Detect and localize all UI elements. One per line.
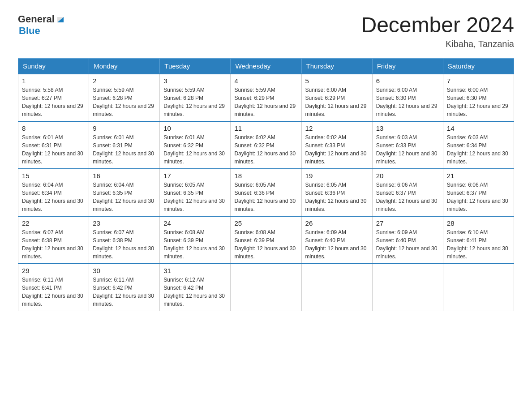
day-number: 6 <box>376 77 439 85</box>
day-number: 13 <box>376 124 439 132</box>
day-number: 29 <box>22 267 85 274</box>
day-info: Sunrise: 6:01 AMSunset: 6:32 PMDaylight:… <box>163 133 227 166</box>
logo-icon <box>56 14 65 24</box>
day-number: 2 <box>93 77 156 85</box>
day-number: 11 <box>234 124 297 132</box>
table-row: 26Sunrise: 6:09 AMSunset: 6:40 PMDayligh… <box>301 216 372 264</box>
day-info: Sunrise: 6:07 AMSunset: 6:38 PMDaylight:… <box>22 228 85 261</box>
table-row: 8Sunrise: 6:01 AMSunset: 6:31 PMDaylight… <box>18 121 89 169</box>
col-thursday: Thursday <box>301 58 372 74</box>
title-section: December 2024 Kibaha, Tanzania <box>361 13 514 49</box>
table-row: 15Sunrise: 6:04 AMSunset: 6:34 PMDayligh… <box>18 169 89 216</box>
day-number: 31 <box>163 267 227 274</box>
day-info: Sunrise: 6:12 AMSunset: 6:42 PMDaylight:… <box>163 276 227 308</box>
day-info: Sunrise: 6:01 AMSunset: 6:31 PMDaylight:… <box>22 133 85 166</box>
table-row: 10Sunrise: 6:01 AMSunset: 6:32 PMDayligh… <box>160 121 231 169</box>
page-header: General Blue December 2024 Kibaha, Tanza… <box>18 13 514 49</box>
table-row: 18Sunrise: 6:05 AMSunset: 6:36 PMDayligh… <box>231 169 301 216</box>
col-friday: Friday <box>372 58 443 74</box>
col-wednesday: Wednesday <box>231 58 301 74</box>
day-info: Sunrise: 6:03 AMSunset: 6:34 PMDaylight:… <box>447 133 510 166</box>
table-row: 5Sunrise: 6:00 AMSunset: 6:29 PMDaylight… <box>301 74 372 121</box>
table-row: 14Sunrise: 6:03 AMSunset: 6:34 PMDayligh… <box>443 121 514 169</box>
calendar-table: Sunday Monday Tuesday Wednesday Thursday… <box>18 58 514 311</box>
day-number: 12 <box>305 124 369 132</box>
table-row <box>301 264 372 311</box>
day-info: Sunrise: 6:08 AMSunset: 6:39 PMDaylight:… <box>163 228 227 261</box>
day-number: 27 <box>376 219 439 227</box>
day-number: 1 <box>22 77 85 85</box>
table-row <box>372 264 443 311</box>
col-tuesday: Tuesday <box>160 58 231 74</box>
day-number: 16 <box>93 172 156 180</box>
day-info: Sunrise: 6:00 AMSunset: 6:29 PMDaylight:… <box>305 86 369 118</box>
logo-general-text: General <box>18 13 55 25</box>
day-number: 10 <box>163 124 227 132</box>
day-number: 20 <box>376 172 439 180</box>
table-row <box>443 264 514 311</box>
calendar-week-row: 8Sunrise: 6:01 AMSunset: 6:31 PMDaylight… <box>18 121 514 169</box>
table-row: 16Sunrise: 6:04 AMSunset: 6:35 PMDayligh… <box>89 169 160 216</box>
day-number: 26 <box>305 219 369 227</box>
calendar-header-row: Sunday Monday Tuesday Wednesday Thursday… <box>18 58 514 74</box>
day-info: Sunrise: 6:05 AMSunset: 6:36 PMDaylight:… <box>305 181 369 213</box>
logo: General Blue <box>18 13 65 37</box>
table-row: 21Sunrise: 6:06 AMSunset: 6:37 PMDayligh… <box>443 169 514 216</box>
day-number: 18 <box>234 172 297 180</box>
day-number: 8 <box>22 124 85 132</box>
day-info: Sunrise: 5:59 AMSunset: 6:28 PMDaylight:… <box>163 86 227 118</box>
calendar-week-row: 22Sunrise: 6:07 AMSunset: 6:38 PMDayligh… <box>18 216 514 264</box>
table-row: 1Sunrise: 5:58 AMSunset: 6:27 PMDaylight… <box>18 74 89 121</box>
table-row: 22Sunrise: 6:07 AMSunset: 6:38 PMDayligh… <box>18 216 89 264</box>
day-info: Sunrise: 6:02 AMSunset: 6:32 PMDaylight:… <box>234 133 297 166</box>
day-info: Sunrise: 6:05 AMSunset: 6:36 PMDaylight:… <box>234 181 297 213</box>
table-row: 11Sunrise: 6:02 AMSunset: 6:32 PMDayligh… <box>231 121 301 169</box>
day-info: Sunrise: 6:07 AMSunset: 6:38 PMDaylight:… <box>93 228 156 261</box>
table-row: 25Sunrise: 6:08 AMSunset: 6:39 PMDayligh… <box>231 216 301 264</box>
day-number: 19 <box>305 172 369 180</box>
table-row: 3Sunrise: 5:59 AMSunset: 6:28 PMDaylight… <box>160 74 231 121</box>
table-row: 23Sunrise: 6:07 AMSunset: 6:38 PMDayligh… <box>89 216 160 264</box>
table-row: 29Sunrise: 6:11 AMSunset: 6:41 PMDayligh… <box>18 264 89 311</box>
col-saturday: Saturday <box>443 58 514 74</box>
table-row: 24Sunrise: 6:08 AMSunset: 6:39 PMDayligh… <box>160 216 231 264</box>
logo-blue-text: Blue <box>19 25 65 37</box>
day-number: 15 <box>22 172 85 180</box>
day-info: Sunrise: 6:06 AMSunset: 6:37 PMDaylight:… <box>376 181 439 213</box>
table-row: 6Sunrise: 6:00 AMSunset: 6:30 PMDaylight… <box>372 74 443 121</box>
day-info: Sunrise: 6:05 AMSunset: 6:35 PMDaylight:… <box>163 181 227 213</box>
table-row: 30Sunrise: 6:11 AMSunset: 6:42 PMDayligh… <box>89 264 160 311</box>
day-number: 5 <box>305 77 369 85</box>
table-row <box>231 264 301 311</box>
table-row: 12Sunrise: 6:02 AMSunset: 6:33 PMDayligh… <box>301 121 372 169</box>
day-number: 14 <box>447 124 510 132</box>
day-info: Sunrise: 6:09 AMSunset: 6:40 PMDaylight:… <box>376 228 439 261</box>
day-info: Sunrise: 6:10 AMSunset: 6:41 PMDaylight:… <box>447 228 510 261</box>
day-number: 22 <box>22 219 85 227</box>
day-info: Sunrise: 6:03 AMSunset: 6:33 PMDaylight:… <box>376 133 439 166</box>
location-title: Kibaha, Tanzania <box>361 39 514 49</box>
table-row: 31Sunrise: 6:12 AMSunset: 6:42 PMDayligh… <box>160 264 231 311</box>
day-number: 30 <box>93 267 156 274</box>
calendar-week-row: 1Sunrise: 5:58 AMSunset: 6:27 PMDaylight… <box>18 74 514 121</box>
day-number: 17 <box>163 172 227 180</box>
table-row: 9Sunrise: 6:01 AMSunset: 6:31 PMDaylight… <box>89 121 160 169</box>
table-row: 17Sunrise: 6:05 AMSunset: 6:35 PMDayligh… <box>160 169 231 216</box>
table-row: 2Sunrise: 5:59 AMSunset: 6:28 PMDaylight… <box>89 74 160 121</box>
day-info: Sunrise: 5:59 AMSunset: 6:29 PMDaylight:… <box>234 86 297 118</box>
col-sunday: Sunday <box>18 58 89 74</box>
day-number: 24 <box>163 219 227 227</box>
table-row: 7Sunrise: 6:00 AMSunset: 6:30 PMDaylight… <box>443 74 514 121</box>
table-row: 27Sunrise: 6:09 AMSunset: 6:40 PMDayligh… <box>372 216 443 264</box>
day-number: 21 <box>447 172 510 180</box>
day-info: Sunrise: 6:00 AMSunset: 6:30 PMDaylight:… <box>376 86 439 118</box>
day-info: Sunrise: 6:02 AMSunset: 6:33 PMDaylight:… <box>305 133 369 166</box>
day-info: Sunrise: 6:11 AMSunset: 6:42 PMDaylight:… <box>93 276 156 308</box>
day-number: 28 <box>447 219 510 227</box>
day-info: Sunrise: 6:08 AMSunset: 6:39 PMDaylight:… <box>234 228 297 261</box>
col-monday: Monday <box>89 58 160 74</box>
day-info: Sunrise: 5:58 AMSunset: 6:27 PMDaylight:… <box>22 86 85 118</box>
day-info: Sunrise: 6:04 AMSunset: 6:35 PMDaylight:… <box>93 181 156 213</box>
day-number: 7 <box>447 77 510 85</box>
day-info: Sunrise: 6:04 AMSunset: 6:34 PMDaylight:… <box>22 181 85 213</box>
